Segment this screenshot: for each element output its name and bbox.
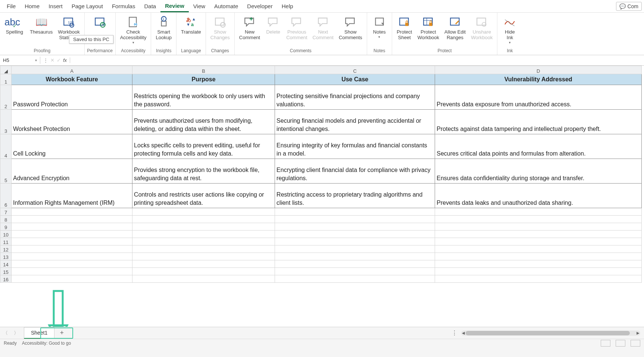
tab-review[interactable]: Review [160,0,189,12]
cell[interactable] [12,275,132,282]
col-header-d[interactable]: D [435,66,642,74]
cell[interactable] [435,253,642,260]
cell[interactable] [275,275,435,282]
cell[interactable] [275,253,435,260]
menu-icon[interactable]: ⋮ [43,57,48,63]
cell[interactable] [435,230,642,238]
cell[interactable] [132,238,275,245]
cell[interactable] [435,267,642,275]
cell[interactable] [12,260,132,267]
cell[interactable]: Prevents unauthorized users from modifyi… [132,109,275,134]
col-header-b[interactable]: B [132,66,275,74]
cell[interactable] [12,230,132,238]
row-header[interactable]: 1 [0,74,12,85]
cell[interactable] [12,208,132,215]
row-header[interactable]: 14 [0,260,12,267]
cell[interactable]: Restricts opening the workbook to only u… [132,85,275,109]
cell[interactable]: Advanced Encryption [12,159,132,183]
notes-button[interactable]: Notes ▾ [369,14,390,40]
cell[interactable]: Provides strong encryption to the workbo… [132,159,275,183]
protect-sheet-button[interactable]: Protect Sheet [394,14,415,41]
cell[interactable] [275,245,435,253]
tab-insert[interactable]: Insert [44,1,67,12]
row-header[interactable]: 11 [0,238,12,245]
cell[interactable] [435,275,642,282]
smart-lookup-button[interactable]: i Smart Lookup [153,14,174,41]
cell[interactable]: Password Protection [12,85,132,109]
cell[interactable]: Securing financial models and preventing… [275,109,435,134]
col-header-c[interactable]: C [275,66,435,74]
row-header[interactable]: 10 [0,230,12,238]
row-header[interactable]: 8 [0,215,12,223]
delete-comment-button[interactable]: Delete [263,14,283,36]
scroll-right-icon[interactable]: ▶ [637,331,640,335]
cell[interactable]: Ensuring integrity of key formulas and f… [275,134,435,159]
cell[interactable] [435,260,642,267]
cell[interactable]: Information Rights Management (IRM) [12,183,132,208]
protect-workbook-button[interactable]: Protect Workbook [415,14,441,41]
cell[interactable] [435,245,642,253]
cell[interactable] [12,253,132,260]
cell[interactable]: Purpose [132,74,275,85]
horizontal-scrollbar[interactable]: ◀ ▶ [461,331,640,336]
cell[interactable]: Restricting access to proprietary tradin… [275,183,435,208]
show-changes-button[interactable]: Show Changes [208,14,232,41]
cell[interactable] [132,245,275,253]
previous-comment-button[interactable]: Previous Comment [284,14,309,41]
row-header[interactable]: 13 [0,253,12,260]
row-header[interactable]: 2 [0,85,12,109]
check-accessibility-button[interactable]: Check Accessibility ▾ [118,14,149,45]
cell[interactable]: Prevents data leaks and unauthorized dat… [435,183,642,208]
cell[interactable] [12,245,132,253]
add-sheet-button[interactable]: + [54,327,69,339]
row-header[interactable]: 7 [0,208,12,215]
select-all-triangle[interactable]: ◢ [0,66,12,74]
tab-home[interactable]: Home [20,1,44,12]
cell[interactable]: Workbook Feature [12,74,132,85]
cell[interactable]: Locks specific cells to prevent editing,… [132,134,275,159]
fx-icon[interactable]: fx [63,57,67,63]
cell[interactable] [12,223,132,230]
row-header[interactable]: 16 [0,275,12,282]
cell[interactable] [275,238,435,245]
tab-file[interactable]: File [2,1,20,12]
tab-view[interactable]: View [189,1,210,12]
next-sheet-button[interactable]: 〉 [11,330,22,336]
tab-data[interactable]: Data [140,1,160,12]
spelling-button[interactable]: abc✓ Spelling [2,14,27,36]
formula-input[interactable] [70,60,644,61]
cell[interactable] [275,267,435,275]
performance-button[interactable] [87,14,113,36]
cell[interactable] [132,275,275,282]
scrollbar-thumb[interactable] [466,331,630,335]
cell[interactable] [132,215,275,223]
cell[interactable] [275,215,435,223]
cell[interactable] [12,267,132,275]
cell[interactable]: Worksheet Protection [12,109,132,134]
view-layout-button[interactable] [616,340,625,347]
view-pagebreak-button[interactable] [631,340,640,347]
cell[interactable] [275,260,435,267]
cell[interactable]: Protects against data tampering and inte… [435,109,642,134]
cell[interactable]: Secures critical data points and formula… [435,134,642,159]
new-comment-button[interactable]: New Comment [237,14,262,41]
cell[interactable]: Cell Locking [12,134,132,159]
cell[interactable] [132,253,275,260]
prev-sheet-button[interactable]: 〈 [0,330,11,336]
cell[interactable]: Protecting sensitive financial projectio… [275,85,435,109]
cell[interactable] [275,223,435,230]
sheet-options-icon[interactable]: ⋮ [448,329,461,336]
tab-formulas[interactable]: Formulas [107,1,140,12]
unshare-workbook-button[interactable]: Unshare Workbook [469,14,495,41]
translate-button[interactable]: あa Translate [179,14,203,36]
row-header[interactable]: 3 [0,109,12,134]
cell[interactable] [132,208,275,215]
sheet-tab-sheet1[interactable]: Sheet1 [24,327,54,339]
tab-developer[interactable]: Developer [243,1,277,12]
col-header-a[interactable]: A [12,66,132,74]
cell[interactable] [12,215,132,223]
view-normal-button[interactable] [601,340,610,347]
cell[interactable]: Encrypting client financial data for com… [275,159,435,183]
comments-button[interactable]: 💬 Com [616,2,642,11]
cell[interactable]: Prevents data exposure from unauthorized… [435,85,642,109]
